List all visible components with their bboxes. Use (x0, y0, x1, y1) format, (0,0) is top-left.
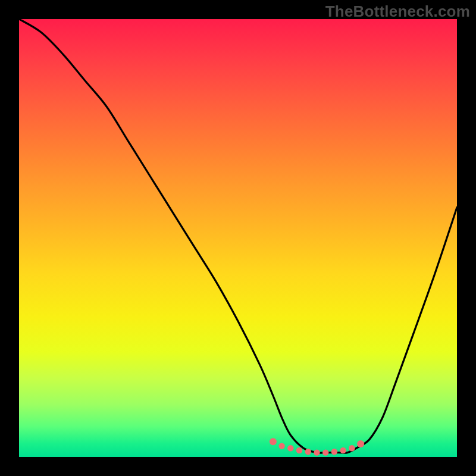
bottleneck-curve-svg (19, 19, 457, 457)
min-marker (296, 447, 302, 453)
min-marker (357, 440, 364, 447)
min-marker (314, 449, 320, 455)
min-marker (331, 449, 337, 455)
min-marker (270, 438, 277, 445)
watermark-text: TheBottleneck.com (325, 2, 470, 21)
min-marker (287, 445, 293, 451)
min-marker (340, 447, 346, 453)
plot-area (19, 19, 457, 457)
bottleneck-curve (19, 19, 457, 453)
bottleneck-minimum-markers (270, 438, 364, 456)
min-marker (322, 449, 328, 455)
min-marker (349, 445, 355, 451)
min-marker (305, 449, 311, 455)
chart-frame: TheBottleneck.com (0, 0, 476, 476)
min-marker (278, 443, 284, 449)
